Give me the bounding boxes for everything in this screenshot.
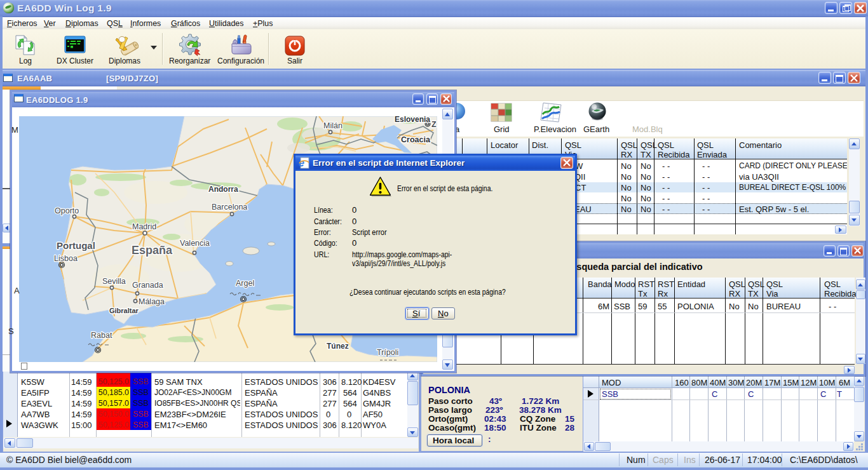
- svg-text:España: España: [132, 244, 173, 257]
- svg-text:Túnez: Túnez: [327, 342, 349, 351]
- svg-text:Rabat: Rabat: [91, 331, 112, 340]
- svg-text:Lisboa: Lisboa: [54, 254, 78, 263]
- svg-text:Portugal: Portugal: [57, 240, 95, 251]
- svg-text:Trípoli: Trípoli: [377, 348, 398, 357]
- svg-text:Barcelona: Barcelona: [212, 203, 247, 211]
- svg-text:Z: Z: [431, 120, 437, 129]
- svg-text:Milán: Milán: [323, 121, 342, 130]
- svg-text:Granada: Granada: [132, 281, 163, 290]
- svg-text:Eslovenia: Eslovenia: [395, 116, 430, 124]
- svg-text:Madrid: Madrid: [132, 222, 156, 231]
- svg-text:Valencia: Valencia: [180, 239, 210, 248]
- svg-text:Argel: Argel: [236, 279, 254, 288]
- svg-text:Gibraltar: Gibraltar: [109, 307, 139, 314]
- svg-text:Croacia: Croacia: [401, 135, 431, 144]
- svg-text:Málaga: Málaga: [139, 297, 165, 306]
- svg-text:Andorra: Andorra: [208, 185, 238, 194]
- svg-text:Sevilla: Sevilla: [102, 277, 126, 286]
- svg-text:Oporto: Oporto: [55, 206, 79, 215]
